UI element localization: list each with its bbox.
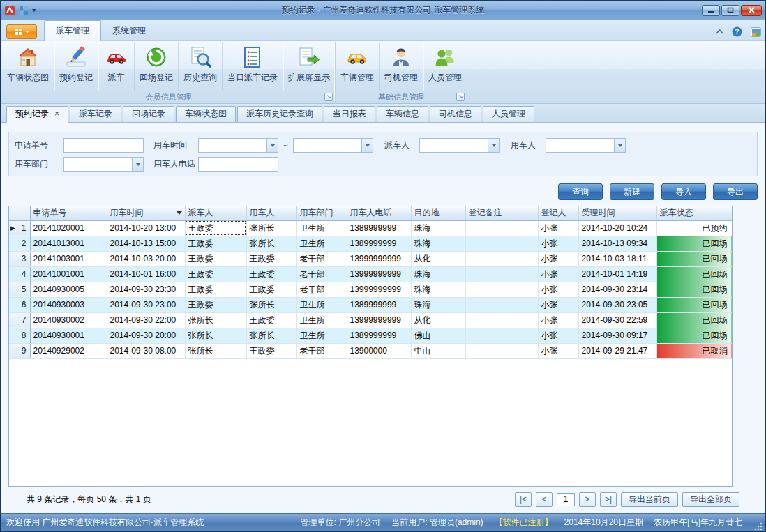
cell[interactable] bbox=[465, 266, 538, 282]
column-header[interactable]: 用车部门 bbox=[296, 206, 347, 220]
status-cell[interactable]: 已回场 bbox=[656, 236, 732, 251]
page-number-input[interactable] bbox=[557, 493, 575, 506]
status-cell[interactable]: 已预约 bbox=[656, 220, 732, 236]
cell[interactable]: 1389999999 bbox=[347, 297, 411, 312]
status-cell[interactable]: 已回场 bbox=[656, 297, 732, 312]
column-header[interactable]: 受理时间 bbox=[578, 206, 656, 220]
registration-status-link[interactable]: 【软件已注册】 bbox=[495, 517, 553, 529]
cell[interactable]: 张所长 bbox=[185, 328, 246, 343]
cell[interactable] bbox=[465, 328, 538, 343]
cell[interactable]: 中山 bbox=[411, 343, 465, 358]
ribbon-tab[interactable]: 系统管理 bbox=[101, 21, 157, 40]
ribbon-button-reservation[interactable]: 预约登记 bbox=[54, 42, 98, 91]
cell[interactable]: 王政委 bbox=[185, 282, 246, 297]
cell[interactable]: 2014-09-30 08:00 bbox=[107, 343, 185, 358]
cell[interactable]: 小张 bbox=[538, 282, 578, 297]
cell[interactable]: 张所长 bbox=[185, 343, 246, 358]
department-combo[interactable] bbox=[63, 157, 144, 172]
cell[interactable]: 13999999999 bbox=[347, 266, 411, 282]
doc-tab[interactable]: 回场记录 bbox=[123, 106, 174, 122]
ribbon-button-vehicle-manage[interactable]: 车辆管理 bbox=[336, 42, 380, 91]
cell[interactable]: 珠海 bbox=[411, 297, 465, 312]
cell[interactable]: 2014-09-30 23:14 bbox=[578, 282, 656, 297]
status-cell[interactable]: 已回场 bbox=[656, 312, 732, 328]
dispatcher-dropdown-button[interactable] bbox=[488, 139, 499, 152]
cell[interactable]: 2014-09-30 22:59 bbox=[578, 312, 656, 328]
cell[interactable]: 小张 bbox=[538, 328, 578, 343]
maximize-button[interactable] bbox=[721, 5, 739, 16]
cell[interactable]: 小张 bbox=[538, 266, 578, 282]
cell[interactable]: 张所长 bbox=[246, 328, 296, 343]
query-button[interactable]: 查询 bbox=[558, 183, 603, 200]
doc-tab[interactable]: 车辆状态图 bbox=[176, 106, 236, 122]
cell[interactable]: 20140930001 bbox=[30, 328, 107, 343]
ribbon-button-staff-manage[interactable]: 人员管理 bbox=[423, 42, 467, 91]
use-time-to-combo[interactable] bbox=[293, 138, 373, 153]
import-button[interactable]: 导入 bbox=[661, 183, 706, 200]
cell[interactable] bbox=[465, 282, 538, 297]
window-layout-icon[interactable] bbox=[19, 6, 29, 15]
cell[interactable]: 小张 bbox=[538, 236, 578, 251]
export-all-pages-button[interactable]: 导出全部页 bbox=[682, 492, 739, 507]
dispatcher-combo[interactable] bbox=[419, 138, 500, 153]
ribbon-button-extend-screen[interactable]: 扩展屏显示 bbox=[283, 42, 335, 91]
status-cell[interactable]: 已回场 bbox=[656, 266, 732, 282]
user-dropdown-button[interactable] bbox=[614, 139, 625, 152]
use-time-from-combo[interactable] bbox=[198, 138, 278, 153]
focused-cell[interactable]: 王政委 bbox=[185, 220, 246, 236]
cell[interactable]: 1389999999 bbox=[347, 220, 411, 236]
minimize-button[interactable] bbox=[702, 5, 720, 16]
cell[interactable]: 小张 bbox=[538, 297, 578, 312]
row-indicator-cell[interactable]: 2 bbox=[9, 236, 30, 251]
doc-tab[interactable]: 预约记录× bbox=[6, 106, 68, 123]
cell[interactable]: 佛山 bbox=[411, 328, 465, 343]
request-no-input[interactable] bbox=[63, 138, 144, 153]
column-header[interactable]: 申请单号 bbox=[30, 206, 107, 220]
cell[interactable]: 珠海 bbox=[411, 282, 465, 297]
skin-gallery-icon[interactable] bbox=[751, 27, 761, 37]
cell[interactable]: 2014-10-03 18:11 bbox=[578, 251, 656, 266]
cell[interactable]: 13999999999 bbox=[347, 282, 411, 297]
cell[interactable]: 卫生所 bbox=[296, 297, 347, 312]
row-indicator-cell[interactable]: 6 bbox=[9, 297, 30, 312]
cell[interactable]: 小张 bbox=[538, 312, 578, 328]
column-header[interactable]: 用车时间 bbox=[107, 206, 185, 220]
cell[interactable]: 卫生所 bbox=[296, 312, 347, 328]
filter-dropdown-icon[interactable] bbox=[177, 211, 182, 218]
doc-tab[interactable]: 司机信息 bbox=[430, 106, 481, 122]
cell[interactable]: 卫生所 bbox=[296, 220, 347, 236]
cell[interactable]: 2014-09-30 09:17 bbox=[578, 328, 656, 343]
row-indicator-cell[interactable]: ▶1 bbox=[9, 220, 30, 236]
cell[interactable]: 王政委 bbox=[185, 266, 246, 282]
cell[interactable]: 2014-10-13 09:34 bbox=[578, 236, 656, 251]
cell[interactable]: 王政委 bbox=[185, 236, 246, 251]
department-input[interactable] bbox=[64, 158, 132, 171]
prev-page-button[interactable]: < bbox=[536, 492, 553, 507]
phone-input[interactable] bbox=[198, 157, 278, 172]
status-cell[interactable]: 已取消 bbox=[656, 343, 732, 358]
ribbon-button-today-records[interactable]: 当日派车记录 bbox=[223, 42, 283, 91]
cell[interactable]: 2014-09-30 22:00 bbox=[107, 312, 185, 328]
cell[interactable]: 13900000 bbox=[347, 343, 411, 358]
dialog-launcher-icon[interactable]: ↘ bbox=[456, 93, 465, 101]
cell[interactable]: 2014-10-03 20:00 bbox=[107, 251, 185, 266]
department-dropdown-button[interactable] bbox=[132, 158, 143, 171]
cell[interactable]: 20140930005 bbox=[30, 282, 107, 297]
cell[interactable] bbox=[465, 297, 538, 312]
row-indicator-cell[interactable]: 5 bbox=[9, 282, 30, 297]
cell[interactable]: 王政委 bbox=[246, 282, 296, 297]
cell[interactable]: 张所长 bbox=[185, 312, 246, 328]
cell[interactable]: 珠海 bbox=[411, 236, 465, 251]
cell[interactable]: 13999999999 bbox=[347, 312, 411, 328]
cell[interactable]: 2014-10-20 10:24 bbox=[578, 220, 656, 236]
cell[interactable]: 珠海 bbox=[411, 220, 465, 236]
row-indicator-cell[interactable]: 4 bbox=[9, 266, 30, 282]
resize-grip-icon[interactable] bbox=[753, 522, 763, 531]
use-time-from-input[interactable] bbox=[199, 139, 266, 152]
user-input[interactable] bbox=[546, 139, 614, 152]
cell[interactable]: 13999999999 bbox=[347, 251, 411, 266]
dispatcher-input[interactable] bbox=[420, 139, 488, 152]
doc-tab[interactable]: 派车记录 bbox=[70, 106, 121, 122]
doc-tab[interactable]: 人员管理 bbox=[483, 106, 534, 122]
cell[interactable]: 2014-09-30 23:30 bbox=[107, 282, 185, 297]
